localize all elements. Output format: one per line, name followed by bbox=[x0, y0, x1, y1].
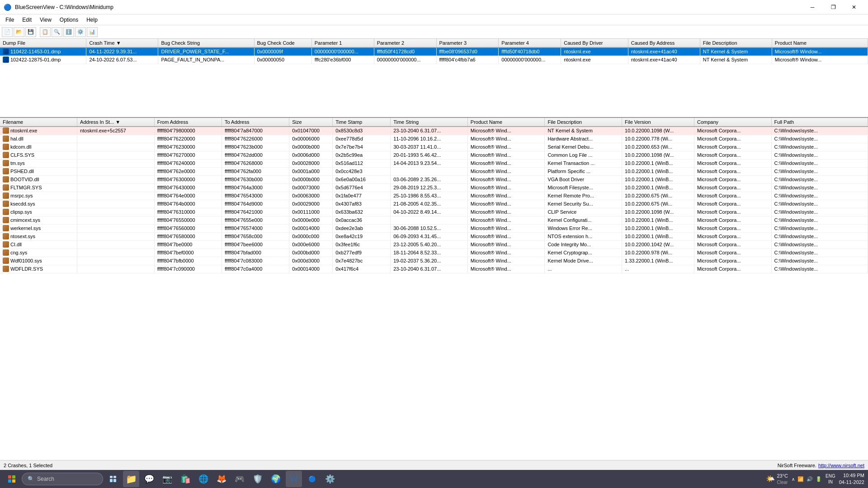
taskbar-word[interactable]: W bbox=[286, 471, 302, 487]
col-dump-file[interactable]: Dump File bbox=[0, 39, 86, 47]
nirsoft-url[interactable]: http://www.nirsoft.net bbox=[818, 463, 864, 468]
driver-row-13[interactable]: ntosext.sysfffff804'76580000fffff804'765… bbox=[0, 232, 868, 240]
taskbar-bsv[interactable]: 🔵 bbox=[304, 471, 320, 487]
taskbar-store[interactable]: 🛍️ bbox=[177, 471, 193, 487]
menu-view[interactable]: View bbox=[36, 16, 55, 24]
col-file-version[interactable]: File Version bbox=[622, 118, 694, 127]
toolbar-save[interactable]: 💾 bbox=[25, 27, 36, 37]
col-param4[interactable]: Parameter 4 bbox=[499, 39, 561, 47]
col-param3[interactable]: Parameter 3 bbox=[436, 39, 499, 47]
crash-icon bbox=[3, 56, 9, 63]
start-button[interactable] bbox=[4, 471, 20, 487]
menu-options[interactable]: Options bbox=[56, 16, 82, 24]
driver-row-1[interactable]: hal.dllfffff804'76220000fffff804'7622600… bbox=[0, 135, 868, 143]
col-time-stamp[interactable]: Time Stamp bbox=[333, 118, 391, 127]
col-param2[interactable]: Parameter 2 bbox=[374, 39, 436, 47]
menu-help[interactable]: Help bbox=[83, 16, 101, 24]
col-product-name-b[interactable]: Product Name bbox=[467, 118, 545, 127]
driver-row-11[interactable]: cmimcext.sysfffff804'76550000fffff804'76… bbox=[0, 216, 868, 224]
task-view-button[interactable] bbox=[105, 471, 121, 487]
taskbar-photos[interactable]: 📷 bbox=[159, 471, 175, 487]
taskbar-file-explorer[interactable]: 📁 bbox=[123, 471, 139, 487]
taskbar-defender[interactable]: 🛡️ bbox=[250, 471, 266, 487]
toolbar-copy[interactable]: 📋 bbox=[40, 27, 51, 37]
driver-row-17[interactable]: WDFLDR.SYSfffff804'7c090000fffff804'7c0a… bbox=[0, 265, 868, 273]
weather-desc: Clear bbox=[777, 479, 788, 485]
col-param1[interactable]: Parameter 1 bbox=[311, 39, 374, 47]
crash-list-panel[interactable]: Dump File Crash Time ▼ Bug Check String … bbox=[0, 39, 868, 118]
driver-row-4[interactable]: tm.sysfffff804'76240000fffff804'76268000… bbox=[0, 159, 868, 167]
driver-icon bbox=[3, 176, 9, 183]
driver-row-16[interactable]: Wdf01000.sysfffff804'7bfb0000fffff804'7c… bbox=[0, 257, 868, 265]
col-address-in-st[interactable]: Address In St... ▼ bbox=[77, 118, 155, 127]
toolbar-open[interactable]: 📂 bbox=[14, 27, 24, 37]
col-caused-by-driver[interactable]: Caused By Driver bbox=[561, 39, 628, 47]
col-time-string[interactable]: Time String bbox=[391, 118, 468, 127]
col-filename[interactable]: Filename bbox=[0, 118, 77, 127]
minimize-button[interactable]: ─ bbox=[802, 0, 823, 14]
driver-row-2[interactable]: kdcom.dllfffff804'76230000fffff804'7623b… bbox=[0, 143, 868, 151]
taskbar-browser2[interactable]: 🌍 bbox=[268, 471, 284, 487]
svg-rect-0 bbox=[8, 475, 11, 479]
col-company[interactable]: Company bbox=[694, 118, 771, 127]
crash-row-0[interactable]: 110422-11453-01.dmp04-11-2022 9.39.31...… bbox=[0, 47, 868, 56]
tray-battery[interactable]: 🔋 bbox=[816, 476, 822, 482]
weather-widget[interactable]: 🌤️ 23°C Clear bbox=[766, 473, 788, 485]
col-bug-check-code[interactable]: Bug Check Code bbox=[254, 39, 311, 47]
toolbar-prop4[interactable]: 📊 bbox=[87, 27, 98, 37]
menu-file[interactable]: File bbox=[2, 16, 18, 24]
restore-button[interactable]: ❐ bbox=[823, 0, 844, 14]
driver-row-0[interactable]: ntoskrnl.exentoskrnl.exe+5c2557fffff804'… bbox=[0, 127, 868, 135]
col-caused-by-address[interactable]: Caused By Address bbox=[628, 39, 700, 47]
col-file-description[interactable]: File Description bbox=[700, 39, 772, 47]
toolbar-prop1[interactable]: 🔍 bbox=[52, 27, 62, 37]
driver-icon bbox=[3, 152, 9, 158]
driver-row-15[interactable]: cng.sysfffff804'7bef0000fffff804'7bfad00… bbox=[0, 249, 868, 257]
driver-row-12[interactable]: werkernel.sysfffff804'76560000fffff804'7… bbox=[0, 224, 868, 232]
search-label: Search bbox=[37, 476, 54, 482]
title-bar-left: 🔵 BlueScreenView - C:\Windows\Minidump bbox=[4, 4, 113, 11]
taskbar-settings[interactable]: ⚙️ bbox=[322, 471, 338, 487]
driver-row-6[interactable]: BOOTVID.dllfffff804'76300000fffff804'763… bbox=[0, 175, 868, 183]
driver-row-10[interactable]: clipsp.sysfffff804'76310000fffff804'7642… bbox=[0, 208, 868, 216]
driver-list-panel[interactable]: Filename Address In St... ▼ From Address… bbox=[0, 118, 868, 460]
driver-row-8[interactable]: msrpc.sysfffff804'764e0000fffff804'76543… bbox=[0, 192, 868, 200]
taskbar-games[interactable]: 🎮 bbox=[231, 471, 248, 487]
svg-rect-6 bbox=[110, 479, 113, 482]
driver-row-3[interactable]: CLFS.SYSfffff804'76270000fffff804'762dd0… bbox=[0, 151, 868, 159]
driver-icon bbox=[3, 144, 9, 150]
driver-icon bbox=[3, 192, 9, 199]
col-to-address[interactable]: To Address bbox=[222, 118, 289, 127]
driver-row-9[interactable]: ksecdd.sysfffff804'764b0000fffff804'764d… bbox=[0, 200, 868, 208]
search-icon: 🔍 bbox=[28, 476, 34, 482]
taskbar-chat[interactable]: 💬 bbox=[141, 471, 157, 487]
title-bar: 🔵 BlueScreenView - C:\Windows\Minidump ─… bbox=[0, 0, 868, 14]
clock-date: 04-11-2022 bbox=[839, 479, 864, 486]
col-bug-check-string[interactable]: Bug Check String bbox=[158, 39, 254, 47]
col-product-name[interactable]: Product Name bbox=[772, 39, 868, 47]
tray-arrow[interactable]: ∧ bbox=[792, 477, 795, 482]
tray-volume[interactable]: 🔊 bbox=[807, 476, 813, 482]
col-size[interactable]: Size bbox=[289, 118, 333, 127]
app-icon: 🔵 bbox=[4, 4, 11, 11]
toolbar-new[interactable]: 📄 bbox=[2, 27, 13, 37]
col-file-description-b[interactable]: File Description bbox=[545, 118, 622, 127]
crash-row-1[interactable]: 102422-12875-01.dmp24-10-2022 6.07.53...… bbox=[0, 56, 868, 64]
driver-row-7[interactable]: FLTMGR.SYSfffff804'76430000fffff804'764a… bbox=[0, 183, 868, 192]
menu-edit[interactable]: Edit bbox=[19, 16, 35, 24]
taskbar-edge[interactable]: 🌐 bbox=[195, 471, 212, 487]
clock[interactable]: 10:49 PM 04-11-2022 bbox=[839, 472, 864, 486]
lang-indicator[interactable]: ENG IN bbox=[826, 473, 835, 485]
col-from-address[interactable]: From Address bbox=[154, 118, 222, 127]
toolbar-prop3[interactable]: ⚙️ bbox=[75, 27, 86, 37]
taskbar-search-box[interactable]: 🔍 Search bbox=[22, 473, 103, 485]
driver-row-5[interactable]: PSHED.dllfffff804'762e0000fffff804'762fa… bbox=[0, 167, 868, 175]
taskbar: 🔍 Search 📁 💬 📷 🛍️ 🌐 🦊 🎮 🛡️ 🌍 W 🔵 ⚙️ 🌤️ 2… bbox=[0, 470, 868, 488]
tray-network[interactable]: 📶 bbox=[797, 476, 804, 482]
driver-row-14[interactable]: CI.dllfffff804'7be0000fffff804'7bee60000… bbox=[0, 240, 868, 249]
taskbar-firefox[interactable]: 🦊 bbox=[213, 471, 230, 487]
toolbar-prop2[interactable]: ℹ️ bbox=[63, 27, 74, 37]
col-full-path[interactable]: Full Path bbox=[771, 118, 868, 127]
close-button[interactable]: ✕ bbox=[844, 0, 864, 14]
col-crash-time[interactable]: Crash Time ▼ bbox=[86, 39, 158, 47]
